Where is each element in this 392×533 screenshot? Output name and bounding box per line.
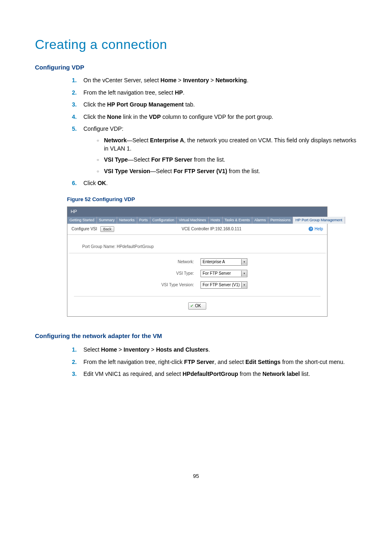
ok-button[interactable]: ✔ OK [188, 302, 206, 310]
tab-virtual-machines[interactable]: Virtual Machines [177, 217, 208, 224]
step-item: From the left navigation tree, select HP… [72, 89, 357, 97]
step-item: From the left navigation tree, right-cli… [72, 358, 357, 366]
help-link[interactable]: ? Help [309, 226, 323, 232]
configure-vsi-label: Configure VSI [71, 226, 97, 232]
port-group-name-label: Port Group Name: HPdefaultPortGroup [67, 235, 327, 253]
sub-item: VSI Type Version—Select For FTP Server (… [97, 167, 357, 176]
controller-ip-label: VCE Controller IP:192.168.0.111 [114, 226, 309, 232]
step-item: Click OK. [72, 179, 357, 188]
vsi-type-select[interactable]: For FTP Server ▼ [201, 270, 247, 277]
tab-networks[interactable]: Networks [117, 217, 137, 224]
tab-bar: Getting Started Summary Networks Ports C… [67, 217, 327, 224]
step-item: On the vCenter Server, select Home > Inv… [72, 76, 357, 85]
chevron-down-icon: ▼ [241, 282, 247, 288]
step-item: Select Home > Inventory > Hosts and Clus… [72, 346, 357, 354]
step-item: Click the HP Port Group Management tab. [72, 101, 357, 109]
vsi-type-version-select[interactable]: For FTP Server (V1) ▼ [201, 281, 247, 289]
toolbar: Configure VSI Back VCE Controller IP:192… [67, 224, 327, 235]
sub-list: Network—Select Enterprise A, the network… [83, 137, 357, 175]
step-item: Configure VDP: Network—Select Enterprise… [72, 125, 357, 175]
chevron-down-icon: ▼ [241, 271, 247, 276]
vsi-type-label: VSI Type: [71, 271, 201, 276]
step-item: Click the None link in the VDP column to… [72, 113, 357, 121]
figure-caption: Figure 52 Configuring VDP [67, 196, 357, 203]
screenshot-panel: HP Getting Started Summary Networks Port… [67, 206, 327, 317]
steps-list-vdp: On the vCenter Server, select Home > Inv… [35, 76, 357, 188]
help-icon: ? [309, 227, 313, 231]
step-item: Edit VM vNIC1 as required, and select HP… [72, 370, 357, 378]
form-area: Network: Enterprise A ▼ VSI Type: For FT… [67, 255, 327, 316]
network-select[interactable]: Enterprise A ▼ [201, 258, 247, 266]
tab-hp-port-group-management[interactable]: HP Port Group Management [293, 217, 345, 224]
page-title: Creating a connection [35, 37, 357, 52]
check-icon: ✔ [190, 303, 194, 309]
steps-list-adapter: Select Home > Inventory > Hosts and Clus… [35, 346, 357, 378]
sub-item: Network—Select Enterprise A, the network… [97, 137, 357, 153]
tab-alarms[interactable]: Alarms [252, 217, 268, 224]
tab-summary[interactable]: Summary [97, 217, 118, 224]
section-heading-vdp: Configuring VDP [35, 64, 357, 71]
sub-item: VSI Type—Select For FTP Server from the … [97, 156, 357, 164]
tab-ports[interactable]: Ports [137, 217, 150, 224]
page-number: 95 [35, 473, 357, 479]
tab-getting-started[interactable]: Getting Started [67, 217, 97, 224]
section-heading-network-adapter: Configuring the network adapter for the … [35, 331, 357, 340]
network-label: Network: [71, 259, 201, 265]
screenshot-title: HP [67, 207, 327, 216]
tab-permissions[interactable]: Permissions [268, 217, 293, 224]
chevron-down-icon: ▼ [241, 259, 247, 265]
tab-tasks-events[interactable]: Tasks & Events [223, 217, 253, 224]
tab-configuration[interactable]: Configuration [150, 217, 177, 224]
vsi-type-version-label: VSI Type Version: [71, 282, 201, 288]
back-button[interactable]: Back [100, 226, 114, 232]
tab-hosts[interactable]: Hosts [209, 217, 223, 224]
